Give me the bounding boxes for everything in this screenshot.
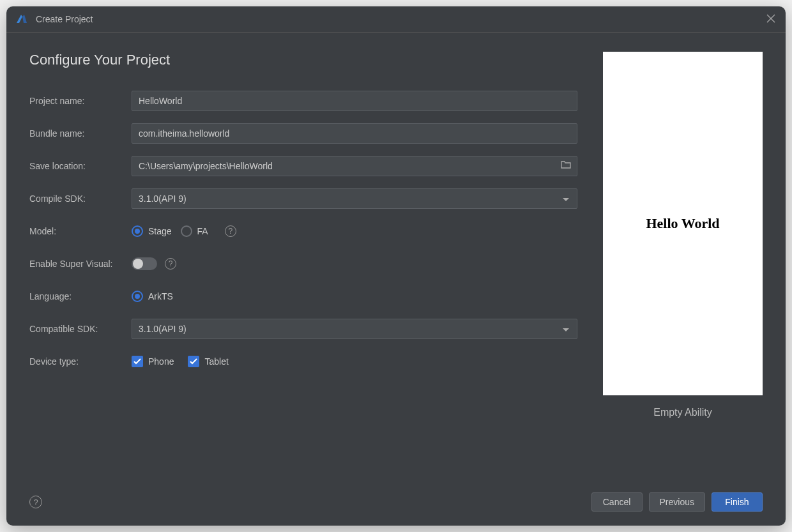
browse-folder-icon[interactable] [561,160,571,172]
preview-caption: Empty Ability [653,407,712,418]
save-location-input[interactable] [132,156,577,176]
previous-button[interactable]: Previous [649,492,705,512]
form-panel: Configure Your Project Project name: Bun… [29,52,603,482]
dialog-title: Create Project [36,14,93,24]
save-location-label: Save location: [29,161,132,171]
bundle-name-input[interactable] [132,123,577,144]
project-name-input[interactable] [132,91,577,111]
project-name-label: Project name: [29,96,132,106]
model-stage-radio[interactable]: Stage [132,225,172,237]
model-help-icon[interactable]: ? [225,225,236,237]
device-type-label: Device type: [29,356,132,367]
model-stage-label: Stage [148,226,172,236]
language-arkts-radio[interactable]: ArkTS [132,291,173,302]
model-fa-radio[interactable]: FA [181,225,208,237]
language-arkts-label: ArkTS [148,291,173,301]
super-visual-label: Enable Super Visual: [29,259,132,269]
compile-sdk-value: 3.1.0(API 9) [139,194,187,204]
preview-panel: Hello World Empty Ability [603,52,763,482]
content: Configure Your Project Project name: Bun… [6,33,786,482]
save-location-row: Save location: [29,156,577,176]
model-fa-label: FA [197,226,208,236]
device-phone-label: Phone [148,356,174,367]
super-visual-row: Enable Super Visual: ? [29,254,577,274]
compatible-sdk-select[interactable]: 3.1.0(API 9) [132,319,577,339]
language-label: Language: [29,291,132,301]
create-project-dialog: Create Project Configure Your Project Pr… [6,6,786,526]
compile-sdk-label: Compile SDK: [29,194,132,204]
project-name-row: Project name: [29,91,577,111]
compile-sdk-row: Compile SDK: 3.1.0(API 9) [29,188,577,209]
super-visual-help-icon[interactable]: ? [165,258,176,270]
device-phone-checkbox[interactable]: Phone [132,356,174,367]
compile-sdk-select[interactable]: 3.1.0(API 9) [132,188,577,209]
footer-buttons: Cancel Previous Finish [591,492,763,512]
bundle-name-row: Bundle name: [29,123,577,144]
radio-selected-icon [132,225,143,237]
compatible-sdk-label: Compatible SDK: [29,324,132,334]
titlebar: Create Project [6,6,786,33]
checkbox-checked-icon [188,356,199,367]
device-tablet-checkbox[interactable]: Tablet [188,356,228,367]
language-row: Language: ArkTS [29,286,577,307]
model-label: Model: [29,226,132,236]
footer: ? Cancel Previous Finish [6,482,786,526]
chevron-down-icon [563,324,569,334]
app-icon [15,13,28,26]
chevron-down-icon [563,194,569,204]
device-type-row: Device type: Phone Tablet [29,351,577,372]
footer-help-icon[interactable]: ? [29,496,42,508]
cancel-button[interactable]: Cancel [591,492,643,512]
super-visual-toggle[interactable] [132,257,157,270]
preview-screen: Hello World [603,52,763,395]
device-tablet-label: Tablet [204,356,228,367]
page-heading: Configure Your Project [29,52,577,68]
radio-selected-icon [132,291,143,302]
preview-text: Hello World [646,215,719,232]
compatible-sdk-row: Compatible SDK: 3.1.0(API 9) [29,319,577,339]
close-button[interactable] [764,11,778,26]
finish-button[interactable]: Finish [712,492,763,512]
checkbox-checked-icon [132,356,143,367]
radio-unselected-icon [181,225,192,237]
compatible-sdk-value: 3.1.0(API 9) [139,324,187,334]
toggle-knob [133,259,143,269]
model-row: Model: Stage FA ? [29,221,577,241]
bundle-name-label: Bundle name: [29,128,132,139]
